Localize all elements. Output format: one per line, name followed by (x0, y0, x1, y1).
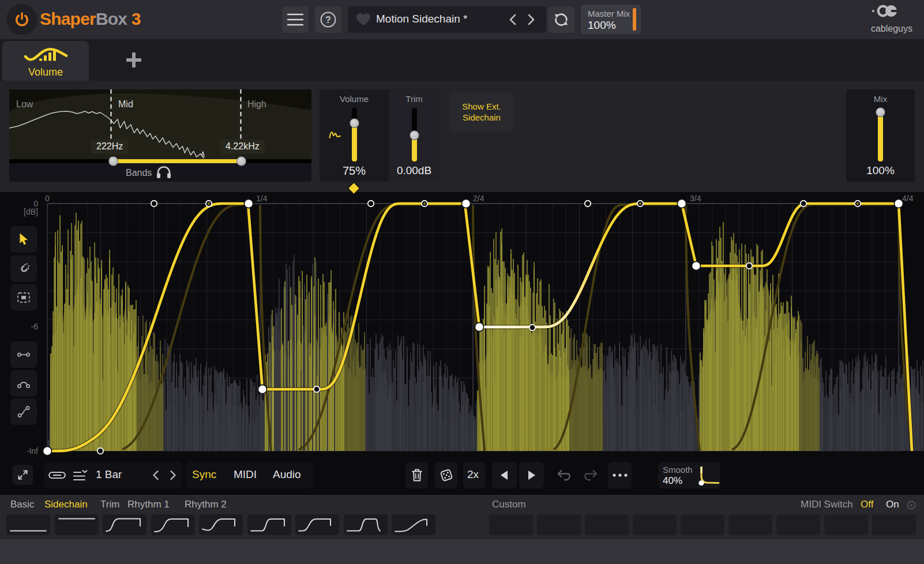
tool-magnet[interactable] (10, 255, 37, 282)
curve-point-main[interactable] (692, 261, 700, 270)
custom-slot-1[interactable] (489, 514, 533, 535)
curve-point-main[interactable] (461, 199, 470, 208)
tool-line[interactable] (10, 341, 37, 368)
undo-button[interactable] (552, 462, 576, 488)
trim-slider-knob[interactable] (410, 130, 419, 140)
add-shaper-button[interactable] (122, 48, 145, 72)
band-display[interactable]: Low Mid High 222Hz 4.22kHz Bands (9, 89, 311, 182)
tool-arc[interactable] (10, 370, 37, 397)
curve-point-main[interactable] (475, 322, 483, 331)
wave-shape-late-rise-hold-tail[interactable] (247, 514, 291, 535)
show-ext-sidechain-button[interactable]: Show Ext. Sidechain (449, 92, 514, 131)
wave-category-rhythm-1[interactable]: Rhythm 1 (127, 499, 170, 510)
ab-compare-button[interactable] (548, 6, 574, 33)
mode-midi[interactable]: MIDI (234, 468, 257, 481)
shift-right-button[interactable] (519, 462, 544, 488)
custom-slot-4[interactable] (633, 514, 677, 535)
wave-category-basic[interactable]: Basic (10, 499, 35, 510)
tab-volume[interactable]: Volume (2, 41, 89, 81)
band-slider-range[interactable] (114, 159, 241, 163)
smooth-control[interactable]: Smooth 40% (658, 462, 720, 488)
custom-slot-3[interactable] (585, 514, 629, 535)
wave-editor[interactable]: 0 1/4 2/4 3/4 4/4 0 [dB] -6 -Inf (0, 192, 924, 458)
curve-point-ring[interactable] (801, 201, 806, 206)
headphones-icon[interactable] (156, 166, 171, 179)
delete-button[interactable] (405, 462, 428, 488)
redo-button[interactable] (579, 462, 602, 488)
curve-point-ring[interactable] (97, 448, 103, 454)
mode-sync[interactable]: Sync (192, 468, 216, 481)
midi-learn-icon[interactable] (906, 499, 917, 511)
double-button[interactable]: 2x (463, 462, 485, 488)
master-mix-control[interactable]: Master Mix 100% (581, 5, 641, 34)
wave-shape-slow-s-rise[interactable] (392, 514, 435, 535)
tool-scurve[interactable] (10, 398, 37, 425)
crossover2-handle[interactable] (236, 156, 246, 166)
length-list-icon[interactable] (73, 469, 88, 482)
randomize-button[interactable] (435, 462, 457, 488)
master-mix-slider[interactable] (633, 8, 636, 31)
preset-next-icon[interactable] (527, 13, 535, 27)
help-button[interactable]: ? (315, 6, 341, 33)
curve-point-ring[interactable] (151, 201, 157, 206)
wave-category-sidechain[interactable]: Sidechain (44, 499, 88, 510)
lfo-canvas[interactable] (0, 192, 924, 458)
wave-shape-flat-low[interactable] (6, 514, 50, 535)
wave-shape-late-rise-drop[interactable] (344, 514, 388, 535)
custom-slot-9[interactable] (872, 514, 916, 535)
custom-slot-8[interactable] (824, 514, 868, 535)
expand-button[interactable] (13, 465, 33, 485)
custom-slot-5[interactable] (681, 514, 724, 535)
crossover2-value[interactable]: 4.22kHz (220, 140, 265, 154)
volume-panel[interactable]: Volume 75% (320, 89, 389, 182)
wave-shape-s-rise-hold-tail[interactable] (151, 514, 195, 535)
power-button[interactable] (6, 4, 37, 35)
wave-category-rhythm-2[interactable]: Rhythm 2 (185, 499, 227, 510)
mode-audio[interactable]: Audio (273, 468, 301, 481)
curve-point-ring[interactable] (529, 325, 535, 330)
preset-prev-icon[interactable] (509, 13, 517, 27)
curve-point-ring[interactable] (585, 201, 591, 206)
menu-button[interactable] (282, 6, 309, 33)
link-icon[interactable] (48, 470, 66, 480)
midi-switch-on[interactable]: On (886, 499, 899, 510)
tool-cursor[interactable] (10, 226, 37, 253)
curve-point-main[interactable] (244, 199, 253, 208)
trim-panel[interactable]: Trim 0.00dB (389, 89, 440, 182)
midi-switch-off[interactable]: Off (861, 499, 873, 510)
mix-slider-knob[interactable] (876, 107, 885, 117)
curve-point-main[interactable] (43, 446, 51, 455)
length-prev-icon[interactable] (152, 469, 159, 481)
favorite-heart-icon[interactable] (356, 13, 371, 27)
curve-point-ring[interactable] (368, 201, 374, 206)
preset-selector[interactable]: Motion Sidechain * (348, 6, 546, 33)
wave-shape-flat-high[interactable] (55, 514, 99, 535)
wave-category-trim[interactable]: Trim (100, 499, 119, 510)
volume-slider-knob[interactable] (350, 118, 359, 128)
trim-slider-track[interactable] (412, 108, 417, 161)
curve-point-ring[interactable] (746, 263, 752, 269)
wave-shape-curve-rise-hold-tail[interactable] (295, 514, 339, 535)
shift-left-button[interactable] (492, 462, 517, 488)
curve-point-ring[interactable] (314, 386, 320, 392)
custom-slot-7[interactable] (776, 514, 820, 535)
more-options-button[interactable] (608, 462, 632, 488)
curve-point-main[interactable] (258, 385, 266, 393)
band-label-high[interactable]: High (247, 99, 266, 110)
length-next-icon[interactable] (170, 469, 176, 481)
curve-point-main[interactable] (677, 199, 686, 208)
band-label-mid[interactable]: Mid (118, 99, 133, 110)
custom-slot-2[interactable] (537, 514, 581, 535)
crossover1-value[interactable]: 222Hz (91, 140, 128, 154)
wave-shape-rise-hold-tail[interactable] (103, 514, 147, 535)
volume-slider-track[interactable] (352, 108, 357, 161)
cableguys-logo[interactable]: cableguys (864, 2, 922, 37)
band-label-low[interactable]: Low (16, 99, 33, 110)
mix-slider-track[interactable] (878, 108, 883, 161)
wave-shape-dip-rise-hold-tail[interactable] (199, 514, 243, 535)
custom-slot-6[interactable] (728, 514, 772, 535)
mix-panel[interactable]: Mix 100% (846, 89, 915, 182)
tool-marquee[interactable] (10, 284, 37, 311)
crossover1-handle[interactable] (108, 156, 118, 166)
length-value[interactable]: 1 Bar (96, 468, 122, 481)
